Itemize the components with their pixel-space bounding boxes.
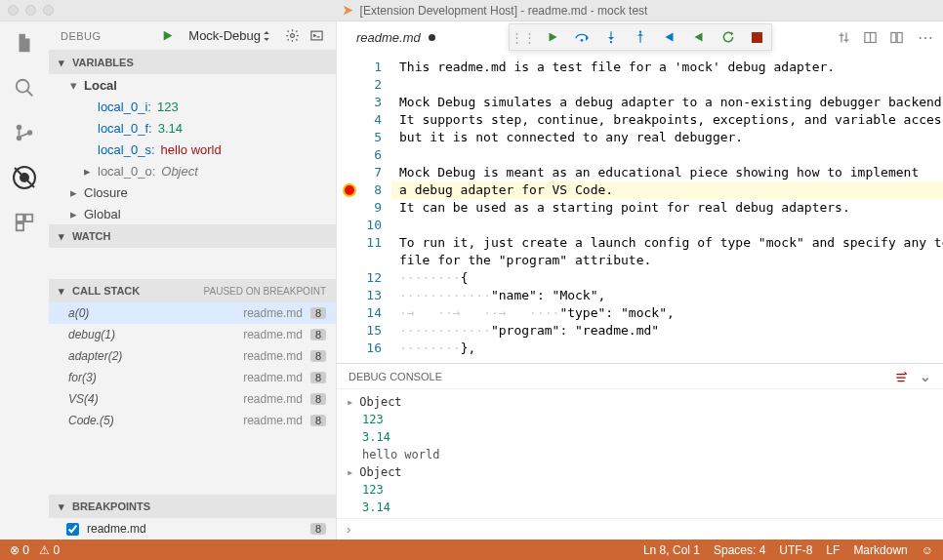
- tab-readme[interactable]: readme.md: [345, 22, 447, 52]
- code-line[interactable]: It can be used as a starting point for r…: [391, 199, 943, 217]
- console-row[interactable]: 3.14: [347, 499, 933, 516]
- gear-icon[interactable]: [285, 28, 300, 43]
- code-line[interactable]: Mock Debug is meant as an educational pi…: [391, 164, 943, 181]
- minimize-window-icon[interactable]: [25, 5, 36, 16]
- extensions-icon[interactable]: [11, 209, 38, 236]
- gutter-line[interactable]: 11: [337, 234, 382, 252]
- code-line[interactable]: [391, 146, 943, 164]
- code-line[interactable]: It supports step, continue, breakpoints,…: [391, 111, 943, 129]
- code-line[interactable]: ············"name": "Mock",: [391, 287, 943, 304]
- console-input[interactable]: ›: [337, 518, 943, 540]
- code-line[interactable]: ········{: [391, 269, 943, 287]
- console-row[interactable]: 3.14: [347, 428, 933, 446]
- section-variables-header[interactable]: ▾ VARIABLES: [49, 51, 336, 74]
- breakpoint-checkbox[interactable]: [66, 523, 79, 536]
- status-errors[interactable]: ⊗ 0: [10, 543, 29, 557]
- scope-global[interactable]: ▸Global: [49, 203, 336, 224]
- editor[interactable]: 12345678910111213141516 This readme.md i…: [337, 53, 943, 363]
- layout-icon[interactable]: [889, 30, 904, 45]
- debug-console-toggle-icon[interactable]: [309, 28, 324, 43]
- gutter-line[interactable]: 9: [337, 199, 382, 217]
- code-line[interactable]: ·→ ··→ ··→ ····"type": "mock",: [391, 304, 943, 322]
- gutter-line[interactable]: 14: [337, 304, 382, 322]
- console-row[interactable]: 123: [347, 411, 933, 428]
- gutter-line[interactable]: 1: [337, 59, 382, 76]
- gutter-line[interactable]: [337, 252, 382, 269]
- variable-row[interactable]: local_0_f: 3.14: [49, 117, 336, 139]
- scope-closure[interactable]: ▸Closure: [49, 181, 336, 203]
- step-out-button[interactable]: [633, 30, 648, 44]
- gutter-line[interactable]: 6: [337, 146, 382, 164]
- maximize-window-icon[interactable]: [43, 5, 54, 16]
- window-controls[interactable]: [8, 5, 54, 16]
- gutter-line[interactable]: 15: [337, 322, 382, 340]
- gutter-line[interactable]: 3: [337, 94, 382, 111]
- gutter-line[interactable]: 4: [337, 111, 382, 129]
- stack-frame[interactable]: VS(4)readme.md8: [49, 388, 336, 410]
- clear-console-icon[interactable]: [894, 370, 908, 383]
- console-row[interactable]: 123: [347, 481, 933, 499]
- status-warnings[interactable]: ⚠ 0: [39, 543, 60, 557]
- status-language[interactable]: Markdown: [853, 543, 907, 557]
- search-icon[interactable]: [11, 74, 38, 101]
- stack-frame[interactable]: Code.(5)readme.md8: [49, 410, 336, 431]
- status-encoding[interactable]: UTF-8: [779, 543, 812, 557]
- more-actions-icon[interactable]: ⋯: [916, 28, 935, 47]
- status-cursor[interactable]: Ln 8, Col 1: [643, 543, 700, 557]
- code-line[interactable]: [391, 76, 943, 94]
- variable-row[interactable]: ▸local_0_o: Object: [49, 160, 336, 181]
- gutter-line[interactable]: 7: [337, 164, 382, 181]
- variable-row[interactable]: local_0_s: hello world: [49, 139, 336, 160]
- code-line[interactable]: file for the "program" attribute.: [391, 252, 943, 269]
- close-window-icon[interactable]: [8, 5, 19, 16]
- drag-handle-icon[interactable]: ⋮⋮: [515, 30, 531, 45]
- code-line[interactable]: Mock Debug simulates a debug adapter to …: [391, 94, 943, 111]
- status-eol[interactable]: LF: [826, 543, 840, 557]
- code-line[interactable]: ············"program": "readme.md": [391, 322, 943, 340]
- section-watch-header[interactable]: ▾ WATCH: [49, 224, 336, 248]
- scm-icon[interactable]: [11, 119, 38, 146]
- gutter-line[interactable]: 2: [337, 76, 382, 94]
- console-row[interactable]: ▸Object: [347, 393, 933, 411]
- console-row[interactable]: hello world: [347, 446, 933, 463]
- stack-frame[interactable]: for(3)readme.md8: [49, 367, 336, 388]
- restart-button[interactable]: [720, 30, 736, 44]
- breakpoint-icon[interactable]: [345, 185, 354, 195]
- section-callstack-header[interactable]: ▾ CALL STACK PAUSED ON BREAKPOINT: [49, 279, 336, 302]
- explorer-icon[interactable]: [11, 29, 38, 57]
- step-back-button[interactable]: [662, 31, 677, 43]
- breakpoint-row[interactable]: readme.md8: [49, 518, 336, 540]
- gutter-line[interactable]: 5: [337, 129, 382, 146]
- continue-button[interactable]: [545, 31, 560, 43]
- chevron-down-icon[interactable]: ⌄: [920, 369, 931, 384]
- compare-icon[interactable]: [837, 30, 851, 45]
- code-line[interactable]: [391, 217, 943, 234]
- step-into-button[interactable]: [603, 30, 619, 44]
- console-row[interactable]: ▸Object: [347, 463, 933, 481]
- code-line[interactable]: This readme.md is a test file for a 'moc…: [391, 59, 943, 76]
- step-over-button[interactable]: [574, 30, 590, 44]
- scope-local[interactable]: ▾Local: [49, 74, 336, 96]
- stack-frame[interactable]: a(0)readme.md8: [49, 302, 336, 324]
- gutter-line[interactable]: 12: [337, 269, 382, 287]
- stop-button[interactable]: [750, 32, 765, 43]
- debug-config-select[interactable]: Mock-Debug: [184, 26, 275, 45]
- start-debugging-button[interactable]: [161, 29, 174, 42]
- gutter-line[interactable]: 13: [337, 287, 382, 304]
- code-line[interactable]: ········},: [391, 340, 943, 357]
- variable-row[interactable]: local_0_i: 123: [49, 96, 336, 117]
- split-editor-icon[interactable]: [863, 30, 878, 45]
- code-line[interactable]: a debug adapter for VS Code.: [391, 181, 943, 199]
- debug-icon[interactable]: [11, 164, 38, 191]
- gutter-line[interactable]: 8: [337, 181, 382, 199]
- section-breakpoints-header[interactable]: ▾ BREAKPOINTS: [49, 495, 336, 518]
- debug-toolbar[interactable]: ⋮⋮: [509, 23, 772, 51]
- code-line[interactable]: but it is not connected to any real debu…: [391, 129, 943, 146]
- stack-frame[interactable]: adapter(2)readme.md8: [49, 345, 336, 367]
- gutter-line[interactable]: 10: [337, 217, 382, 234]
- gutter-line[interactable]: 16: [337, 340, 382, 357]
- reverse-button[interactable]: [691, 31, 707, 43]
- code-line[interactable]: To run it, just create a launch config o…: [391, 234, 943, 252]
- feedback-icon[interactable]: ☺: [922, 543, 933, 557]
- stack-frame[interactable]: debug(1)readme.md8: [49, 324, 336, 345]
